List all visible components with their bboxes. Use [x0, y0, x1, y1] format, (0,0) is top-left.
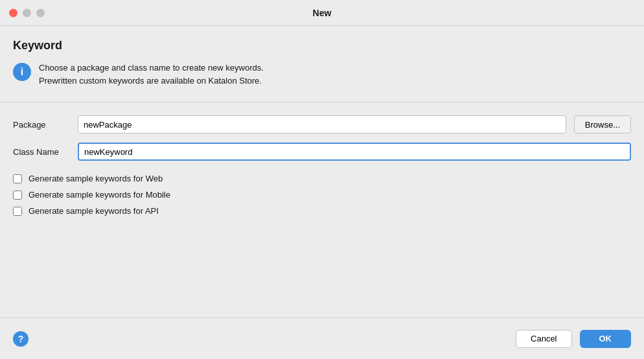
window-title: New [313, 8, 332, 18]
dialog-content: Keyword i Choose a package and class nam… [0, 26, 644, 318]
info-line1: Choose a package and class name to creat… [39, 63, 264, 73]
classname-row: Class Name [13, 143, 631, 161]
window-controls [9, 8, 45, 17]
package-row: Package Browse... [13, 115, 631, 133]
section-heading: Keyword [13, 39, 631, 52]
checkbox-mobile[interactable]: Generate sample keywords for Mobile [13, 190, 631, 200]
package-label: Package [13, 120, 78, 130]
minimize-button[interactable] [23, 8, 31, 17]
checkbox-mobile-label: Generate sample keywords for Mobile [29, 190, 170, 200]
checkbox-section: Generate sample keywords for Web Generat… [13, 174, 631, 216]
ok-button[interactable]: OK [580, 330, 632, 348]
bottom-bar: ? Cancel OK [0, 318, 644, 359]
checkbox-api-label: Generate sample keywords for API [29, 206, 159, 216]
classname-input[interactable] [78, 143, 631, 161]
checkbox-web[interactable]: Generate sample keywords for Web [13, 174, 631, 183]
close-button[interactable] [9, 8, 17, 17]
classname-label: Class Name [13, 147, 78, 157]
checkbox-web-input[interactable] [13, 174, 22, 183]
info-icon: i [13, 63, 31, 81]
info-box: i Choose a package and class name to cre… [13, 62, 631, 87]
checkbox-web-label: Generate sample keywords for Web [29, 174, 163, 183]
divider [0, 102, 644, 102]
browse-button[interactable]: Browse... [574, 115, 631, 133]
cancel-button[interactable]: Cancel [516, 330, 571, 348]
checkbox-mobile-input[interactable] [13, 191, 22, 200]
checkbox-api[interactable]: Generate sample keywords for API [13, 206, 631, 216]
help-icon[interactable]: ? [13, 331, 29, 347]
title-bar: New [0, 0, 644, 26]
checkbox-api-input[interactable] [13, 207, 22, 216]
package-input[interactable] [78, 115, 566, 133]
info-line2: Prewritten custom keywords are available… [39, 76, 262, 86]
maximize-button[interactable] [36, 8, 45, 17]
info-text: Choose a package and class name to creat… [39, 62, 264, 87]
